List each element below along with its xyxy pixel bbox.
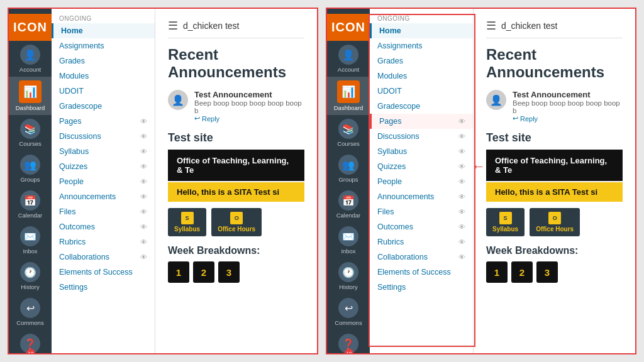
nav-item-settings[interactable]: Settings: [52, 280, 155, 295]
right-nav-files[interactable]: Files👁: [370, 204, 473, 219]
right-sidebar-dashboard[interactable]: 📊 Dashboard: [327, 77, 370, 115]
calendar-icon: 📅: [20, 190, 40, 211]
right-files-eye-icon: 👁: [458, 208, 465, 216]
sidebar-item-help[interactable]: ❓ 10 Help: [9, 330, 52, 354]
nav-item-udoit[interactable]: UDOIT: [52, 84, 155, 99]
right-sidebar-help[interactable]: ❓ 10 Help: [327, 330, 370, 354]
nav-item-collaborations[interactable]: Collaborations👁: [52, 250, 155, 265]
right-sidebar-calendar[interactable]: 📅 Calendar: [327, 187, 370, 222]
right-courses-label: Courses: [337, 140, 359, 147]
right-reply-link[interactable]: ↩Reply: [513, 114, 623, 123]
right-sidebar-groups[interactable]: 👥 Groups: [327, 151, 370, 187]
left-course-title: d_chicken test: [183, 21, 240, 31]
main-wrapper: ICON 👤 Account 📊 Dashboard 📚 Courses 👥 G…: [0, 0, 644, 362]
right-nav-settings[interactable]: Settings: [370, 280, 473, 295]
nav-item-discussions[interactable]: Discussions👁: [52, 129, 155, 144]
nav-item-files[interactable]: Files👁: [52, 204, 155, 219]
left-nav-header: Ongoing: [52, 11, 155, 23]
right-groups-icon: 👥: [338, 155, 358, 175]
right-officehours-btn[interactable]: O Office Hours: [530, 208, 580, 236]
right-nav-elements-of-success[interactable]: Elements of Success: [370, 265, 473, 280]
sidebar-item-groups[interactable]: 👥 Groups: [9, 151, 52, 187]
right-nav-quizzes[interactable]: Quizzes👁: [370, 159, 473, 174]
right-inbox-label: Inbox: [341, 248, 355, 255]
right-black-banner: Office of Teaching, Learning, & Te: [486, 150, 623, 181]
right-week-3[interactable]: 3: [536, 261, 558, 283]
right-nav-home[interactable]: Home: [370, 23, 473, 38]
right-course-title: d_chicken test: [501, 21, 558, 31]
right-nav-discussions[interactable]: Discussions👁: [370, 129, 473, 144]
right-week-2[interactable]: 2: [511, 261, 533, 283]
sidebar-item-calendar[interactable]: 📅 Calendar: [9, 187, 52, 222]
left-hamburger-icon[interactable]: ☰: [168, 19, 178, 33]
nav-item-quizzes[interactable]: Quizzes👁: [52, 159, 155, 174]
announcements-eye-icon: 👁: [140, 193, 147, 200]
nav-item-outcomes[interactable]: Outcomes👁: [52, 219, 155, 234]
nav-item-rubrics[interactable]: Rubrics👁: [52, 234, 155, 250]
right-week-boxes: 1 2 3: [486, 261, 623, 283]
quizzes-eye-icon: 👁: [140, 163, 147, 170]
right-sidebar-courses[interactable]: 📚 Courses: [327, 115, 370, 151]
nav-item-people[interactable]: People👁: [52, 174, 155, 189]
left-week-1[interactable]: 1: [168, 261, 189, 283]
nav-item-syllabus[interactable]: Syllabus👁: [52, 144, 155, 159]
nav-item-modules[interactable]: Modules: [52, 69, 155, 84]
right-sidebar-account[interactable]: 👤 Account: [327, 41, 370, 77]
nav-item-gradescope[interactable]: Gradescope: [52, 99, 155, 114]
right-sidebar-commons[interactable]: ↩ Commons: [327, 294, 370, 330]
nav-item-announcements[interactable]: Announcements👁: [52, 189, 155, 204]
right-nav-grades[interactable]: Grades: [370, 53, 473, 69]
right-sidebar-inbox[interactable]: ✉️ Inbox: [327, 222, 370, 258]
pages-eye-icon: 👁: [140, 118, 147, 125]
right-syllabus-btn[interactable]: S Syllabus: [486, 208, 525, 236]
courses-icon: 📚: [20, 119, 40, 139]
right-nav-gradescope[interactable]: Gradescope: [370, 99, 473, 114]
left-logo: ICON: [9, 14, 52, 41]
right-discussions-eye-icon: 👁: [458, 133, 465, 140]
right-dashboard-icon: 📊: [337, 80, 360, 103]
right-hamburger-icon[interactable]: ☰: [486, 19, 496, 33]
collaborations-eye-icon: 👁: [140, 253, 147, 261]
right-nav-udoit[interactable]: UDOIT: [370, 84, 473, 99]
nav-item-home[interactable]: Home: [52, 23, 155, 38]
left-syllabus-btn[interactable]: S Syllabus: [168, 208, 206, 236]
sidebar-item-commons[interactable]: ↩ Commons: [9, 294, 52, 330]
sidebar-item-inbox[interactable]: ✉️ Inbox: [9, 222, 52, 258]
right-announcements-eye-icon: 👁: [458, 193, 465, 200]
sidebar-item-history[interactable]: 🕐 History: [9, 258, 52, 294]
files-eye-icon: 👁: [140, 208, 147, 216]
sidebar-item-account[interactable]: 👤 Account: [9, 41, 52, 77]
right-announcement-body: Test Announcement Beep boop boop boop bo…: [513, 90, 623, 123]
right-week-title: Week Breakdowns:: [486, 245, 623, 256]
right-nav-assignments[interactable]: Assignments: [370, 38, 473, 53]
nav-item-assignments[interactable]: Assignments: [52, 38, 155, 53]
right-syllabus-eye-icon: 👁: [458, 148, 465, 155]
screen-right: ← ICON 👤 Account 📊 Dashboard 📚 Courses 👥…: [326, 8, 636, 354]
sidebar-item-courses[interactable]: 📚 Courses: [9, 115, 52, 151]
right-nav-outcomes[interactable]: Outcomes👁: [370, 219, 473, 234]
sidebar-item-dashboard[interactable]: 📊 Dashboard: [9, 77, 52, 115]
left-officehours-btn[interactable]: O Office Hours: [211, 208, 262, 236]
right-nav-rubrics[interactable]: Rubrics👁: [370, 234, 473, 250]
right-sidebar-history[interactable]: 🕐 History: [327, 258, 370, 294]
right-test-site-title: Test site: [486, 131, 623, 145]
right-nav-pages[interactable]: Pages👁: [370, 114, 473, 129]
left-week-2[interactable]: 2: [193, 261, 214, 283]
right-nav-modules[interactable]: Modules: [370, 69, 473, 84]
dashboard-icon: 📊: [19, 80, 42, 103]
right-announcement-avatar: 👤: [486, 90, 506, 110]
left-week-3[interactable]: 3: [218, 261, 240, 283]
right-nav-announcements[interactable]: Announcements👁: [370, 189, 473, 204]
groups-icon: 👥: [20, 155, 40, 175]
right-main-content: ☰ d_chicken test Recent Announcements 👤 …: [474, 9, 635, 353]
nav-item-grades[interactable]: Grades: [52, 53, 155, 69]
right-nav-syllabus[interactable]: Syllabus👁: [370, 144, 473, 159]
right-nav-people[interactable]: People👁: [370, 174, 473, 189]
left-reply-link[interactable]: ↩Reply: [194, 114, 304, 123]
right-nav-collaborations[interactable]: Collaborations👁: [370, 250, 473, 265]
left-black-banner: Office of Teaching, Learning, & Te: [168, 150, 304, 181]
nav-item-pages[interactable]: Pages👁: [52, 114, 155, 129]
right-week-1[interactable]: 1: [486, 261, 508, 283]
nav-item-elements-of-success[interactable]: Elements of Success: [52, 265, 155, 280]
left-week-section: Week Breakdowns: 1 2 3: [168, 245, 304, 283]
